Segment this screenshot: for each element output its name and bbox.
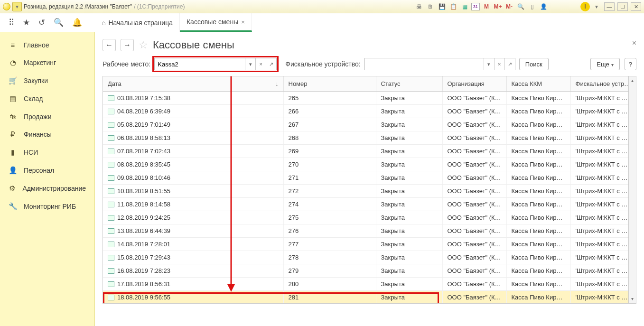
help-button[interactable]: ? [625, 58, 636, 70]
back-button[interactable]: ← [103, 39, 116, 51]
sidebar-item-label: Персонал [24, 167, 54, 174]
notifications-icon[interactable]: 🔔 [72, 18, 82, 28]
document-icon [108, 175, 114, 181]
info-dropdown-icon[interactable]: ▾ [592, 2, 601, 11]
search-icon[interactable]: 🔍 [54, 18, 64, 28]
sidebar-item-7[interactable]: 👤Персонал [0, 161, 94, 179]
close-icon[interactable]: × [241, 19, 245, 26]
sidebar-item-0[interactable]: ≡Главное [0, 36, 94, 54]
user-icon[interactable]: 👤 [539, 2, 548, 11]
tab-home[interactable]: ⌂ Начальная страница [95, 13, 180, 32]
fiscal-combo[interactable]: ▾ × ↗ [364, 58, 515, 70]
table-row[interactable]: 16.08.2019 7:28:23279ЗакрытаООО "Баязет"… [103, 264, 636, 278]
document-icon [108, 215, 114, 221]
chevron-down-icon[interactable]: ▾ [484, 58, 494, 70]
sidebar-item-2[interactable]: 🛒Закупки [0, 72, 94, 90]
column-date[interactable]: Дата↓ [103, 76, 283, 92]
info-icon[interactable]: i [580, 2, 590, 11]
sidebar-item-label: Мониторинг РИБ [24, 203, 76, 210]
clear-icon[interactable]: × [255, 58, 266, 70]
sidebar-icon: 🛍 [9, 112, 17, 121]
table-row[interactable]: 18.08.2019 9:56:55281ЗакрытаООО "Баязет"… [103, 291, 636, 304]
column-kassa[interactable]: Касса ККМ [506, 76, 570, 92]
clear-icon[interactable]: × [494, 58, 504, 70]
column-number[interactable]: Номер [283, 76, 376, 92]
clipboard-icon[interactable]: 📋 [448, 2, 458, 11]
scrollbar-vertical[interactable]: ▴ ▾ [628, 76, 636, 303]
table-row[interactable]: 15.08.2019 7:29:43278ЗакрытаООО "Баязет"… [103, 251, 636, 264]
tabbar: ⠿ ★ ↺ 🔍 🔔 ⌂ Начальная страница Кассовые … [0, 13, 644, 32]
search-button[interactable]: Поиск [519, 58, 549, 70]
sidebar-item-8[interactable]: ⚙Администрирование [0, 179, 94, 197]
fiscal-input[interactable] [365, 58, 484, 70]
page-close-button[interactable]: × [632, 39, 636, 47]
calendar-icon[interactable]: 31 [471, 3, 480, 10]
workplace-combo[interactable]: ▾ × ↗ [154, 58, 277, 70]
column-org[interactable]: Организация [442, 76, 506, 92]
scroll-down-icon[interactable]: ▾ [629, 295, 636, 303]
document-icon [108, 268, 114, 274]
document-icon [108, 149, 114, 154]
print-icon[interactable]: 🖶 [414, 2, 424, 11]
table-row[interactable]: 06.08.2019 8:58:13268ЗакрытаООО "Баязет"… [103, 131, 636, 145]
table-icon[interactable]: ▦ [460, 2, 469, 11]
document-icon [108, 162, 114, 168]
sidebar-item-6[interactable]: ▮НСИ [0, 143, 94, 161]
book-icon[interactable]: ▯ [527, 2, 537, 11]
doc-icon[interactable]: 🗎 [426, 2, 435, 11]
sidebar-item-5[interactable]: ₽Финансы [0, 125, 94, 143]
sidebar-item-9[interactable]: 🔧Мониторинг РИБ [0, 197, 94, 215]
zoom-icon[interactable]: 🔍 [516, 2, 525, 11]
sidebar-icon: ⚙ [9, 184, 16, 193]
table-row[interactable]: 09.08.2019 8:10:46271ЗакрытаООО "Баязет"… [103, 171, 636, 185]
table-row[interactable]: 13.08.2019 6:44:39276ЗакрытаООО "Баязет"… [103, 224, 636, 238]
sidebar-item-label: Маркетинг [24, 59, 56, 66]
table-row[interactable]: 17.08.2019 8:56:31280ЗакрытаООО "Баязет"… [103, 278, 636, 291]
tab-home-label: Начальная страница [108, 19, 172, 27]
favorite-star-icon[interactable]: ☆ [139, 39, 148, 51]
open-icon[interactable]: ↗ [266, 58, 276, 70]
sidebar: ≡Главное◔Маркетинг🛒Закупки▤Склад🛍Продажи… [0, 32, 95, 326]
titlebar: ▾ Розница, редакция 2.2 /Магазин "Баязет… [0, 0, 644, 13]
sidebar-item-1[interactable]: ◔Маркетинг [0, 54, 94, 72]
table-row[interactable]: 08.08.2019 8:35:45270ЗакрытаООО "Баязет"… [103, 158, 636, 171]
m-plus-btn[interactable]: M+ [493, 2, 503, 11]
save-icon[interactable]: 💾 [437, 2, 447, 11]
table-row[interactable]: 04.08.2019 6:39:49266ЗакрытаООО "Баязет"… [103, 105, 636, 118]
sidebar-icon: 👤 [9, 166, 17, 175]
maximize-button[interactable]: ☐ [617, 2, 628, 11]
history-icon[interactable]: ↺ [38, 18, 45, 28]
table-row[interactable]: 12.08.2019 9:24:25275ЗакрытаООО "Баязет"… [103, 211, 636, 224]
minimize-button[interactable]: — [604, 2, 615, 11]
workplace-input[interactable] [155, 58, 245, 70]
chevron-down-icon[interactable]: ▾ [245, 58, 255, 70]
close-button[interactable]: ✕ [631, 2, 641, 11]
document-icon [108, 281, 114, 287]
column-status[interactable]: Статус [376, 76, 442, 92]
scroll-up-icon[interactable]: ▴ [629, 76, 636, 85]
column-fiscal[interactable]: Фискальное устр… [570, 76, 636, 92]
sidebar-icon: ▤ [9, 94, 17, 103]
document-icon [108, 188, 114, 194]
tab-cash-shifts[interactable]: Кассовые смены × [180, 13, 252, 32]
table: Дата↓НомерСтатусОрганизацияКасса ККМФиск… [103, 76, 636, 304]
more-button[interactable]: Еще▾ [590, 58, 619, 70]
sidebar-item-3[interactable]: ▤Склад [0, 90, 94, 108]
m-minus-btn[interactable]: M- [504, 2, 514, 11]
apps-icon[interactable]: ⠿ [9, 18, 14, 28]
table-row[interactable]: 05.08.2019 7:01:49267ЗакрытаООО "Баязет"… [103, 118, 636, 131]
open-icon[interactable]: ↗ [504, 58, 515, 70]
fiscal-label: Фискальное устройство: [285, 60, 360, 68]
app-logo-icon [3, 3, 10, 10]
table-row[interactable]: 10.08.2019 8:51:55272ЗакрытаООО "Баязет"… [103, 185, 636, 198]
table-row[interactable]: 11.08.2019 8:14:58274ЗакрытаООО "Баязет"… [103, 198, 636, 211]
table-row[interactable]: 07.08.2019 7:02:43269ЗакрытаООО "Баязет"… [103, 145, 636, 158]
forward-button[interactable]: → [121, 39, 134, 51]
table-row[interactable]: 14.08.2019 7:28:01277ЗакрытаООО "Баязет"… [103, 238, 636, 251]
favorite-icon[interactable]: ★ [23, 18, 30, 28]
m-btn[interactable]: M [482, 2, 491, 11]
sidebar-item-4[interactable]: 🛍Продажи [0, 108, 94, 125]
table-row[interactable]: 03.08.2019 7:15:38265ЗакрытаООО "Баязет"… [103, 92, 636, 105]
sidebar-item-label: НСИ [24, 149, 38, 156]
dropdown-icon[interactable]: ▾ [12, 2, 22, 11]
